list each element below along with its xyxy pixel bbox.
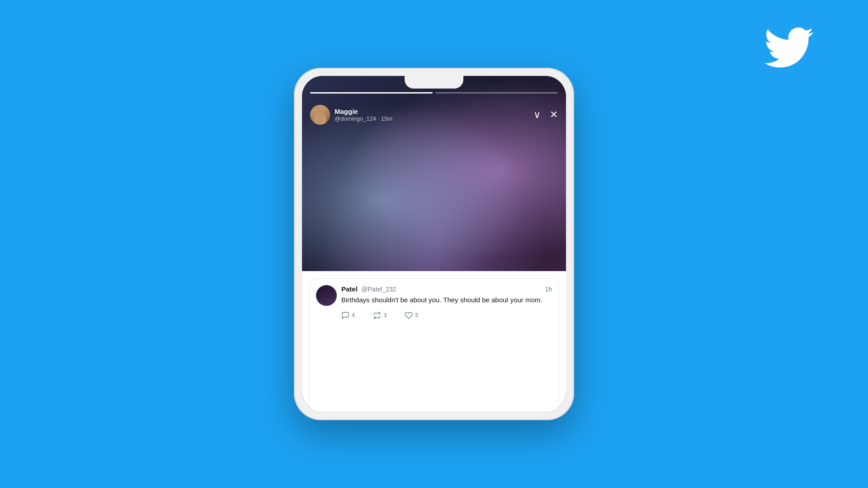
- story-close-button[interactable]: ✕: [550, 110, 558, 120]
- phone-notch: [405, 76, 463, 89]
- story-user-info: Maggie @domingo_124 · 15m: [335, 108, 533, 122]
- progress-segment-1: [310, 92, 433, 94]
- reply-count: 4: [352, 312, 355, 319]
- tweet-handle: @Patel_232: [361, 286, 396, 293]
- story-handle-time: @domingo_124 · 15m: [335, 115, 533, 122]
- twitter-logo: [764, 27, 814, 68]
- tweet-time: 1h: [545, 286, 552, 293]
- phone-screen: Maggie @domingo_124 · 15m ∨ ✕: [302, 76, 566, 412]
- story-dot: ·: [378, 115, 381, 122]
- tweet-area: Patel @Patel_232 1h Birthdays shouldn't …: [302, 271, 566, 412]
- tweet-header: Patel @Patel_232 1h Birthdays shouldn't …: [316, 285, 552, 306]
- phone-mockup: Maggie @domingo_124 · 15m ∨ ✕: [294, 68, 574, 420]
- story-header: Maggie @domingo_124 · 15m ∨ ✕: [302, 99, 566, 130]
- retweet-action[interactable]: 3: [373, 311, 387, 319]
- story-chevron-button[interactable]: ∨: [533, 110, 541, 120]
- tweet-card: Patel @Patel_232 1h Birthdays shouldn't …: [309, 278, 559, 412]
- tweet-actions: 4 3: [316, 311, 552, 319]
- tweet-avatar[interactable]: [316, 285, 337, 306]
- tweet-content: Patel @Patel_232 1h Birthdays shouldn't …: [341, 285, 552, 305]
- story-username: Maggie: [335, 108, 533, 115]
- story-time: 15m: [381, 115, 392, 122]
- like-count: 5: [415, 312, 418, 319]
- story-avatar[interactable]: [310, 105, 330, 125]
- tweet-text: Birthdays shouldn't be about you. They s…: [341, 295, 552, 305]
- phone-frame: Maggie @domingo_124 · 15m ∨ ✕: [294, 68, 574, 420]
- retweet-count: 3: [383, 312, 387, 319]
- tweet-name-group: Patel @Patel_232: [341, 285, 396, 293]
- tweet-name: Patel: [341, 285, 358, 293]
- tweet-name-row: Patel @Patel_232 1h: [341, 285, 552, 293]
- like-action[interactable]: 5: [405, 311, 418, 319]
- story-handle: @domingo_124: [335, 115, 376, 122]
- story-actions: ∨ ✕: [533, 110, 558, 120]
- reply-action[interactable]: 4: [341, 311, 355, 319]
- stories-progress: [302, 92, 566, 94]
- stories-area: Maggie @domingo_124 · 15m ∨ ✕: [302, 76, 566, 284]
- progress-segment-2: [435, 92, 558, 94]
